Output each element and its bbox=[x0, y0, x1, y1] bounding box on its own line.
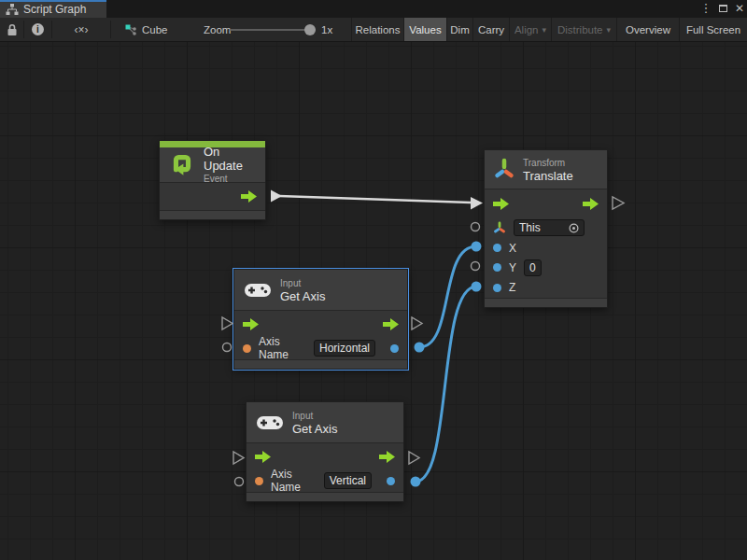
y-port-label: Y bbox=[509, 261, 516, 274]
graph-owner-icon bbox=[123, 18, 138, 41]
button-label: Align bbox=[514, 24, 539, 35]
node-title: Get Axis bbox=[292, 422, 337, 436]
distribute-button[interactable]: Distribute ▾ bbox=[551, 18, 616, 41]
graph-owner-label[interactable]: Cube bbox=[142, 18, 168, 41]
flow-output-port[interactable] bbox=[241, 190, 257, 203]
gamepad-icon bbox=[256, 413, 284, 432]
axis-name-label: Axis Name bbox=[259, 335, 306, 361]
flow-output-port[interactable] bbox=[379, 451, 395, 463]
zoom-value: 1x bbox=[321, 18, 332, 41]
code-view-button[interactable]: ‹×› bbox=[52, 18, 110, 41]
maximize-icon[interactable] bbox=[715, 0, 731, 18]
z-port-label: Z bbox=[509, 281, 515, 294]
transform-mini-icon bbox=[493, 221, 506, 235]
node-title: Get Axis bbox=[280, 289, 325, 303]
axis-name-input-port[interactable] bbox=[255, 477, 263, 485]
graph-tab-icon bbox=[6, 3, 19, 16]
button-label: Full Screen bbox=[686, 24, 740, 35]
node-footer bbox=[485, 298, 607, 307]
flow-input-port[interactable] bbox=[255, 451, 271, 463]
node-title: Translate bbox=[523, 169, 573, 183]
transform-icon bbox=[494, 158, 514, 182]
z-input-port[interactable] bbox=[493, 284, 501, 292]
overview-button[interactable]: Overview bbox=[616, 18, 679, 41]
dim-button[interactable]: Dim bbox=[446, 18, 472, 41]
flow-output-port[interactable] bbox=[583, 198, 599, 210]
carry-button[interactable]: Carry bbox=[472, 18, 509, 41]
result-output-port[interactable] bbox=[387, 477, 395, 485]
window-menu-icon[interactable]: ⋮ bbox=[698, 0, 713, 18]
on-update-loop-icon bbox=[169, 152, 195, 178]
tab-script-graph[interactable]: Script Graph bbox=[0, 0, 106, 18]
button-label: Relations bbox=[356, 24, 401, 35]
x-port-label: X bbox=[509, 242, 516, 255]
active-tab-accent bbox=[0, 0, 106, 2]
result-output-port[interactable] bbox=[390, 344, 399, 353]
lock-button[interactable] bbox=[0, 18, 23, 41]
node-category: Transform bbox=[523, 157, 573, 169]
flow-output-port[interactable] bbox=[383, 318, 399, 330]
button-label: Overview bbox=[626, 24, 670, 35]
y-value-field[interactable]: 0 bbox=[524, 259, 542, 276]
y-input-port[interactable] bbox=[493, 263, 501, 272]
titlebar: Script Graph ⋮ ✕ bbox=[0, 0, 747, 18]
zoom-slider-handle[interactable] bbox=[304, 24, 316, 35]
target-picker-icon[interactable] bbox=[569, 223, 579, 233]
axis-name-field[interactable]: Horizontal bbox=[314, 340, 375, 357]
chevron-down-icon: ▾ bbox=[607, 24, 612, 35]
flow-input-port[interactable] bbox=[243, 318, 259, 330]
lock-icon bbox=[7, 23, 18, 36]
zoom-slider-track[interactable] bbox=[230, 29, 316, 31]
node-translate[interactable]: Transform Translate This bbox=[484, 149, 608, 308]
flow-input-port[interactable] bbox=[493, 198, 509, 210]
zoom-label: Zoom bbox=[204, 18, 231, 41]
this-field[interactable]: This bbox=[514, 219, 585, 236]
tab-title: Script Graph bbox=[23, 2, 86, 16]
axis-name-value: Vertical bbox=[330, 473, 366, 488]
node-category: Input bbox=[292, 410, 337, 422]
button-label: Dim bbox=[450, 24, 469, 35]
close-icon[interactable]: ✕ bbox=[732, 0, 747, 18]
y-field-value: 0 bbox=[529, 260, 536, 275]
toolbar: i ‹×› Cube Zoom 1x Relations Values Dim … bbox=[0, 18, 747, 42]
code-view-icon: ‹×› bbox=[75, 23, 89, 36]
axis-name-label: Axis Name bbox=[271, 468, 317, 494]
button-label: Distribute bbox=[557, 24, 603, 35]
node-category: Input bbox=[280, 277, 325, 289]
node-footer bbox=[160, 210, 265, 219]
info-icon: i bbox=[32, 23, 44, 35]
relations-button[interactable]: Relations bbox=[351, 18, 403, 41]
inspect-button[interactable]: i bbox=[24, 18, 51, 41]
button-label: Values bbox=[409, 24, 441, 35]
node-get-axis-vertical[interactable]: Input Get Axis Axis Name Vertical bbox=[246, 401, 404, 502]
node-get-axis-horizontal[interactable]: Input Get Axis Axis Name Horizontal bbox=[233, 269, 408, 370]
node-title: On Update bbox=[204, 145, 256, 173]
node-subtitle: Event bbox=[204, 173, 256, 185]
x-input-port[interactable] bbox=[493, 244, 501, 252]
gamepad-icon bbox=[244, 281, 272, 300]
axis-name-input-port[interactable] bbox=[243, 344, 251, 353]
full-screen-button[interactable]: Full Screen bbox=[679, 18, 747, 41]
axis-name-value: Horizontal bbox=[319, 341, 370, 356]
chevron-down-icon: ▾ bbox=[543, 24, 547, 35]
values-button[interactable]: Values bbox=[403, 18, 446, 41]
node-on-update[interactable]: On Update Event bbox=[159, 140, 266, 220]
align-button[interactable]: Align ▾ bbox=[509, 18, 551, 41]
this-field-value: This bbox=[519, 220, 541, 235]
toolbar-divider bbox=[110, 21, 111, 38]
button-label: Carry bbox=[478, 24, 504, 35]
axis-name-field[interactable]: Vertical bbox=[324, 472, 372, 489]
